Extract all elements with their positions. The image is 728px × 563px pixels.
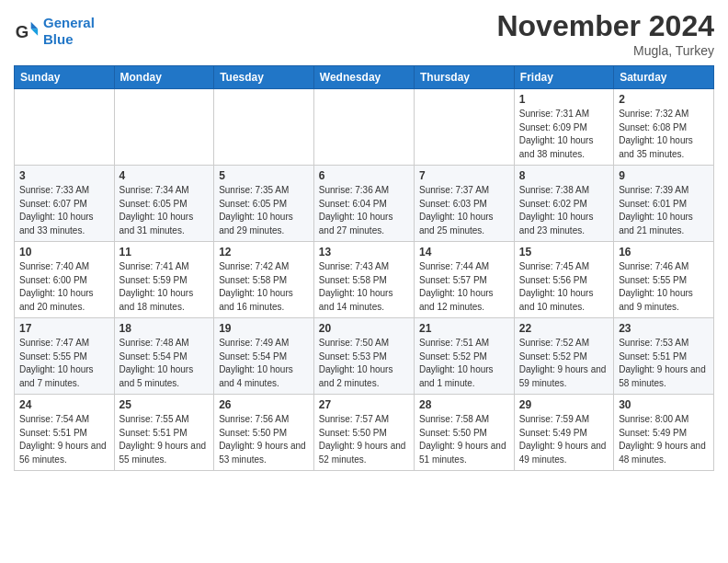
day-info: Sunrise: 7:52 AM Sunset: 5:52 PM Dayligh… <box>519 337 609 390</box>
calendar-cell: 4Sunrise: 7:34 AM Sunset: 6:05 PM Daylig… <box>114 166 214 242</box>
week-row-3: 10Sunrise: 7:40 AM Sunset: 6:00 PM Dayli… <box>15 242 714 318</box>
day-number: 4 <box>119 169 210 182</box>
title-block: November 2024 Mugla, Turkey <box>496 9 714 58</box>
day-info: Sunrise: 7:43 AM Sunset: 5:58 PM Dayligh… <box>319 260 409 314</box>
day-number: 21 <box>419 322 509 335</box>
calendar-cell: 6Sunrise: 7:36 AM Sunset: 6:04 PM Daylig… <box>313 166 414 242</box>
day-info: Sunrise: 7:51 AM Sunset: 5:52 PM Dayligh… <box>419 337 509 390</box>
calendar-cell: 23Sunrise: 7:53 AM Sunset: 5:51 PM Dayli… <box>614 318 714 395</box>
weekday-header-friday: Friday <box>514 66 613 89</box>
day-number: 18 <box>119 322 210 335</box>
logo-icon: G <box>14 18 40 44</box>
day-info: Sunrise: 7:48 AM Sunset: 5:54 PM Dayligh… <box>119 337 210 390</box>
day-number: 19 <box>219 322 309 335</box>
week-row-2: 3Sunrise: 7:33 AM Sunset: 6:07 PM Daylig… <box>15 166 714 242</box>
day-info: Sunrise: 7:59 AM Sunset: 5:49 PM Dayligh… <box>519 413 609 466</box>
day-number: 8 <box>519 169 609 182</box>
calendar-cell: 3Sunrise: 7:33 AM Sunset: 6:07 PM Daylig… <box>15 166 115 242</box>
day-info: Sunrise: 7:50 AM Sunset: 5:53 PM Dayligh… <box>319 337 409 390</box>
svg-text:G: G <box>16 22 29 41</box>
calendar-cell: 22Sunrise: 7:52 AM Sunset: 5:52 PM Dayli… <box>514 318 613 395</box>
calendar-cell: 26Sunrise: 7:56 AM Sunset: 5:50 PM Dayli… <box>214 395 314 471</box>
calendar-cell: 9Sunrise: 7:39 AM Sunset: 6:01 PM Daylig… <box>614 166 714 242</box>
day-number: 17 <box>19 322 109 335</box>
day-number: 29 <box>519 398 609 411</box>
calendar-cell: 18Sunrise: 7:48 AM Sunset: 5:54 PM Dayli… <box>114 318 214 395</box>
day-info: Sunrise: 7:34 AM Sunset: 6:05 PM Dayligh… <box>119 184 210 237</box>
day-info: Sunrise: 8:00 AM Sunset: 5:49 PM Dayligh… <box>619 413 709 466</box>
calendar-cell: 29Sunrise: 7:59 AM Sunset: 5:49 PM Dayli… <box>514 395 613 471</box>
day-number: 23 <box>619 322 709 335</box>
day-info: Sunrise: 7:47 AM Sunset: 5:55 PM Dayligh… <box>19 337 109 390</box>
week-row-5: 24Sunrise: 7:54 AM Sunset: 5:51 PM Dayli… <box>15 395 714 471</box>
day-info: Sunrise: 7:40 AM Sunset: 6:00 PM Dayligh… <box>19 260 109 314</box>
week-row-1: 1Sunrise: 7:31 AM Sunset: 6:09 PM Daylig… <box>15 89 714 166</box>
day-info: Sunrise: 7:36 AM Sunset: 6:04 PM Dayligh… <box>319 184 409 237</box>
calendar-cell: 15Sunrise: 7:45 AM Sunset: 5:56 PM Dayli… <box>514 242 613 318</box>
weekday-header-saturday: Saturday <box>614 66 714 89</box>
calendar-cell: 1Sunrise: 7:31 AM Sunset: 6:09 PM Daylig… <box>514 89 613 166</box>
day-number: 3 <box>19 169 109 182</box>
day-number: 12 <box>219 246 309 259</box>
day-info: Sunrise: 7:55 AM Sunset: 5:51 PM Dayligh… <box>119 413 210 466</box>
day-number: 20 <box>319 322 409 335</box>
calendar-cell <box>414 89 514 166</box>
day-number: 5 <box>219 169 309 182</box>
calendar-cell: 21Sunrise: 7:51 AM Sunset: 5:52 PM Dayli… <box>414 318 514 395</box>
calendar-cell: 24Sunrise: 7:54 AM Sunset: 5:51 PM Dayli… <box>15 395 115 471</box>
day-info: Sunrise: 7:44 AM Sunset: 5:57 PM Dayligh… <box>419 260 509 314</box>
weekday-header-tuesday: Tuesday <box>214 66 314 89</box>
day-number: 13 <box>319 246 409 259</box>
calendar-cell: 7Sunrise: 7:37 AM Sunset: 6:03 PM Daylig… <box>414 166 514 242</box>
day-number: 16 <box>619 246 709 259</box>
day-number: 11 <box>119 246 210 259</box>
day-number: 22 <box>519 322 609 335</box>
day-info: Sunrise: 7:38 AM Sunset: 6:02 PM Dayligh… <box>519 184 609 237</box>
calendar-cell: 30Sunrise: 8:00 AM Sunset: 5:49 PM Dayli… <box>614 395 714 471</box>
svg-marker-2 <box>31 29 38 35</box>
weekday-header-row: SundayMondayTuesdayWednesdayThursdayFrid… <box>15 66 714 89</box>
calendar-cell: 11Sunrise: 7:41 AM Sunset: 5:59 PM Dayli… <box>114 242 214 318</box>
weekday-header-monday: Monday <box>114 66 214 89</box>
day-number: 15 <box>519 246 609 259</box>
calendar-cell: 20Sunrise: 7:50 AM Sunset: 5:53 PM Dayli… <box>313 318 414 395</box>
calendar-cell <box>15 89 115 166</box>
month-title: November 2024 <box>496 9 714 43</box>
day-info: Sunrise: 7:57 AM Sunset: 5:50 PM Dayligh… <box>319 413 409 466</box>
day-info: Sunrise: 7:53 AM Sunset: 5:51 PM Dayligh… <box>619 337 709 390</box>
weekday-header-sunday: Sunday <box>15 66 115 89</box>
day-number: 7 <box>419 169 509 182</box>
day-info: Sunrise: 7:54 AM Sunset: 5:51 PM Dayligh… <box>19 413 109 466</box>
day-number: 26 <box>219 398 309 411</box>
day-number: 14 <box>419 246 509 259</box>
calendar-cell: 16Sunrise: 7:46 AM Sunset: 5:55 PM Dayli… <box>614 242 714 318</box>
logo: G General Blue <box>14 15 95 48</box>
location: Mugla, Turkey <box>496 43 714 58</box>
day-number: 25 <box>119 398 210 411</box>
calendar-cell <box>114 89 214 166</box>
day-info: Sunrise: 7:42 AM Sunset: 5:58 PM Dayligh… <box>219 260 309 314</box>
day-number: 6 <box>319 169 409 182</box>
calendar-cell: 25Sunrise: 7:55 AM Sunset: 5:51 PM Dayli… <box>114 395 214 471</box>
calendar-cell: 2Sunrise: 7:32 AM Sunset: 6:08 PM Daylig… <box>614 89 714 166</box>
day-info: Sunrise: 7:49 AM Sunset: 5:54 PM Dayligh… <box>219 337 309 390</box>
day-info: Sunrise: 7:45 AM Sunset: 5:56 PM Dayligh… <box>519 260 609 314</box>
day-number: 30 <box>619 398 709 411</box>
calendar-cell: 28Sunrise: 7:58 AM Sunset: 5:50 PM Dayli… <box>414 395 514 471</box>
calendar-cell: 13Sunrise: 7:43 AM Sunset: 5:58 PM Dayli… <box>313 242 414 318</box>
day-number: 10 <box>19 246 109 259</box>
calendar-cell: 12Sunrise: 7:42 AM Sunset: 5:58 PM Dayli… <box>214 242 314 318</box>
day-info: Sunrise: 7:31 AM Sunset: 6:09 PM Dayligh… <box>519 108 609 161</box>
day-number: 1 <box>519 93 609 106</box>
weekday-header-wednesday: Wednesday <box>313 66 414 89</box>
calendar-cell <box>214 89 314 166</box>
day-info: Sunrise: 7:46 AM Sunset: 5:55 PM Dayligh… <box>619 260 709 314</box>
day-number: 24 <box>19 398 109 411</box>
day-info: Sunrise: 7:33 AM Sunset: 6:07 PM Dayligh… <box>19 184 109 237</box>
week-row-4: 17Sunrise: 7:47 AM Sunset: 5:55 PM Dayli… <box>15 318 714 395</box>
day-info: Sunrise: 7:32 AM Sunset: 6:08 PM Dayligh… <box>619 108 709 161</box>
day-info: Sunrise: 7:56 AM Sunset: 5:50 PM Dayligh… <box>219 413 309 466</box>
day-number: 2 <box>619 93 709 106</box>
day-info: Sunrise: 7:39 AM Sunset: 6:01 PM Dayligh… <box>619 184 709 237</box>
day-info: Sunrise: 7:35 AM Sunset: 6:05 PM Dayligh… <box>219 184 309 237</box>
